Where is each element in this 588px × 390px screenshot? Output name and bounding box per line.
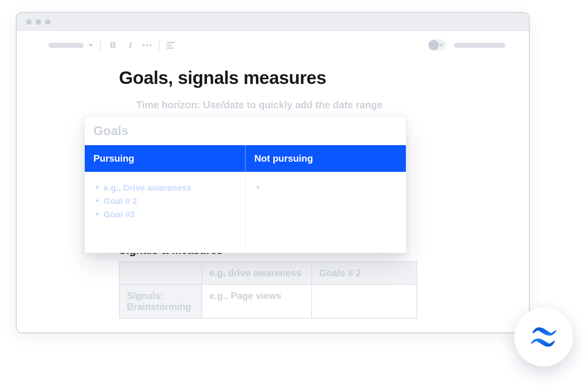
table-row: Signals: Brainstorming e.g., Page views: [119, 284, 417, 318]
avatar-icon: [429, 40, 439, 50]
goals-heading[interactable]: Goals: [85, 117, 406, 145]
list-item[interactable]: e.g., Drive awareness: [93, 181, 237, 195]
editor-toolbar: B I +: [17, 31, 529, 59]
window-close-dot[interactable]: [26, 19, 32, 25]
list-item[interactable]: Goal #3: [93, 208, 237, 221]
more-formatting-button[interactable]: [142, 44, 152, 46]
window-minimize-dot[interactable]: [36, 19, 41, 25]
toolbar-divider: [159, 40, 159, 51]
italic-button[interactable]: I: [125, 40, 135, 50]
table-header-empty: [119, 262, 202, 284]
toolbar-left-group: B I: [48, 40, 175, 51]
time-horizon-hint[interactable]: Time horizon: Use/date to quickly add th…: [136, 99, 497, 111]
goals-table[interactable]: Pursuing Not pursuing e.g., Drive awaren…: [85, 145, 406, 253]
confluence-icon: [528, 322, 559, 352]
align-left-icon[interactable]: [166, 42, 175, 49]
toolbar-right-group: +: [428, 39, 505, 51]
table-cell[interactable]: e.g., Page views: [202, 284, 312, 318]
plus-icon: +: [440, 42, 443, 49]
publish-button[interactable]: [454, 43, 505, 48]
empty-bullet-icon: [257, 186, 259, 189]
pursuing-header[interactable]: Pursuing: [85, 145, 245, 172]
window-title-bar: [17, 13, 529, 31]
confluence-badge[interactable]: [514, 308, 573, 366]
add-collaborator-button[interactable]: +: [428, 39, 446, 51]
signals-measures-table[interactable]: e.g, drive awareness Goals # 2 Signals: …: [119, 261, 417, 319]
goals-overlay-card: Goals Pursuing Not pursuing e.g., Drive …: [84, 116, 406, 253]
page-title[interactable]: Goals, signals measures: [119, 67, 497, 88]
list-item[interactable]: Goal # 2: [93, 195, 237, 208]
pursuing-list: e.g., Drive awareness Goal # 2 Goal #3: [93, 181, 237, 221]
not-pursuing-cell[interactable]: [245, 172, 406, 253]
table-row: e.g, drive awareness Goals # 2: [119, 262, 417, 284]
toolbar-divider: [100, 40, 101, 51]
table-cell[interactable]: [312, 284, 417, 318]
row-label[interactable]: Signals: Brainstorming: [119, 284, 202, 318]
table-header[interactable]: Goals # 2: [312, 262, 417, 284]
style-dropdown[interactable]: [48, 43, 84, 48]
bold-button[interactable]: B: [108, 40, 118, 50]
window-maximize-dot[interactable]: [45, 19, 51, 25]
pursuing-cell[interactable]: e.g., Drive awareness Goal # 2 Goal #3: [85, 172, 245, 253]
chevron-down-icon[interactable]: [88, 44, 93, 47]
table-header[interactable]: e.g, drive awareness: [202, 262, 312, 284]
not-pursuing-header[interactable]: Not pursuing: [245, 145, 406, 172]
